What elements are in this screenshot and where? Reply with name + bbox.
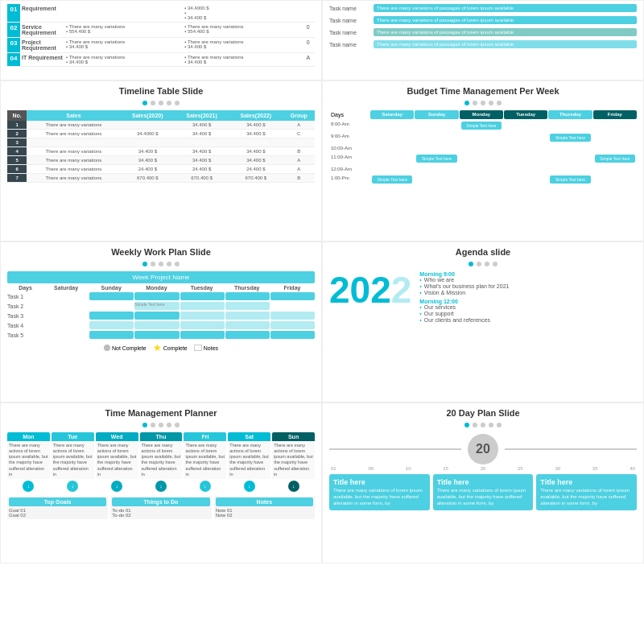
day20-title: 20 Day Plan Slide — [329, 408, 637, 418]
planner-dots — [7, 420, 315, 429]
agenda-title: Agenda slide — [329, 247, 637, 257]
agenda-dots — [329, 259, 637, 268]
weekly-dots — [7, 259, 315, 268]
task-list-panel: Task name There are many variations of p… — [322, 0, 644, 80]
budget-dots — [329, 98, 637, 107]
budget-panel: Budget Time Management Per Week DaysSatu… — [322, 80, 644, 242]
planner-panel: Time Management Planner MonThere are man… — [0, 402, 322, 564]
agenda-panel: Agenda slide 2022Morning 9:00•Who we are… — [322, 242, 644, 402]
weekly-title: Weekly Work Plan Slide — [7, 247, 315, 257]
timeline-panel: Timeline Table Slide No.SalesSales(2020)… — [0, 80, 322, 242]
timeline-dots — [7, 98, 315, 107]
planner-title: Time Management Planner — [7, 408, 315, 418]
requirement-panel: 01 Requirement • 34.4000 $• • 34.400 $ 0… — [0, 0, 322, 80]
budget-title: Budget Time Management Per Week — [329, 86, 637, 96]
weekly-panel: Weekly Work Plan Slide Week Project Name… — [0, 242, 322, 402]
timeline-title: Timeline Table Slide — [7, 86, 315, 96]
day20-panel: 20 Day Plan Slide 20010510152025303540Ti… — [322, 402, 644, 564]
day20-dots — [329, 420, 637, 429]
